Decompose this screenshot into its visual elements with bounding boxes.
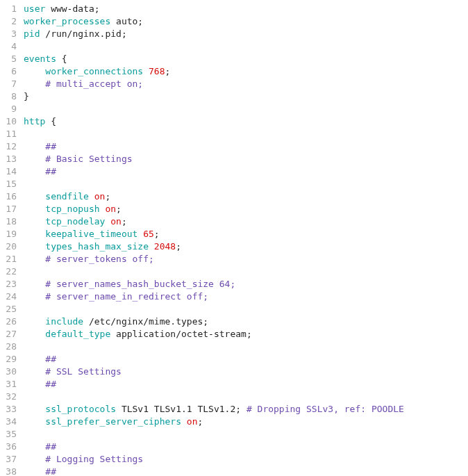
token-plain	[24, 154, 45, 164]
line-number: 10	[0, 115, 24, 128]
line-number: 26	[0, 315, 24, 328]
token-plain	[24, 454, 45, 464]
token-plain	[24, 466, 45, 476]
token-plain: www-data;	[45, 3, 99, 14]
token-comment: # server_tokens off;	[45, 254, 154, 264]
token-plain: }	[24, 91, 29, 101]
code-line: 25	[0, 303, 468, 315]
line-content: # Logging Settings	[24, 453, 143, 466]
line-number: 27	[0, 328, 24, 340]
token-value: on	[94, 191, 106, 202]
token-plain	[24, 241, 45, 252]
code-line: 31 ##	[0, 378, 468, 391]
token-plain	[24, 441, 45, 452]
code-lines: 1user www-data;2worker_processes auto;3p…	[0, 3, 468, 476]
code-line: 4	[0, 40, 468, 53]
line-number: 11	[0, 128, 24, 140]
token-comment: # Dropping SSLv3, ref: POODLE	[246, 404, 404, 414]
code-line: 37 # Logging Settings	[0, 453, 468, 466]
line-content: # SSL Settings	[24, 366, 122, 378]
line-content: tcp_nodelay on;	[24, 215, 127, 228]
code-line: 38 ##	[0, 466, 468, 476]
code-line: 12 ##	[0, 140, 468, 153]
token-plain	[24, 204, 45, 214]
token-plain: ;	[116, 204, 122, 214]
token-keyword: user	[24, 3, 45, 14]
code-line: 2worker_processes auto;	[0, 15, 468, 28]
line-content: ##	[24, 441, 56, 453]
token-keyword: ssl_protocols	[45, 404, 116, 414]
line-number: 15	[0, 178, 24, 190]
token-value: 768	[149, 66, 165, 76]
line-number: 32	[0, 391, 24, 403]
line-number: 24	[0, 290, 24, 303]
line-number: 14	[0, 165, 24, 178]
token-value: on	[110, 216, 122, 227]
line-number: 17	[0, 203, 24, 215]
code-line: 1user www-data;	[0, 3, 468, 15]
token-plain	[24, 229, 45, 239]
line-number: 9	[0, 103, 24, 115]
line-number: 23	[0, 278, 24, 290]
line-number: 19	[0, 228, 24, 240]
token-value: 65	[143, 229, 154, 239]
line-number: 6	[0, 65, 24, 78]
token-plain	[24, 279, 45, 289]
token-plain	[24, 166, 45, 177]
token-plain: ;	[197, 416, 203, 427]
token-plain: ;	[105, 191, 110, 202]
code-line: 15	[0, 178, 468, 190]
code-line: 21 # server_tokens off;	[0, 253, 468, 265]
code-line: 30 # SSL Settings	[0, 366, 468, 378]
line-number: 28	[0, 340, 24, 353]
line-number: 16	[0, 190, 24, 203]
line-content: worker_connections 768;	[24, 65, 170, 78]
line-number: 36	[0, 441, 24, 453]
line-content: pid /run/nginx.pid;	[24, 28, 127, 40]
token-comment: # SSL Settings	[45, 366, 122, 377]
token-comment: ##	[45, 466, 56, 476]
line-number: 2	[0, 15, 24, 28]
code-line: 32	[0, 391, 468, 403]
token-comment: # Logging Settings	[45, 454, 143, 464]
token-plain	[24, 354, 45, 364]
code-line: 34 ssl_prefer_server_ciphers on;	[0, 416, 468, 428]
line-number: 18	[0, 215, 24, 228]
code-line: 33 ssl_protocols TLSv1 TLSv1.1 TLSv1.2; …	[0, 403, 468, 416]
token-plain	[24, 141, 45, 151]
code-line: 13 # Basic Settings	[0, 153, 468, 165]
token-comment: # server_names_hash_bucket_size 64;	[45, 279, 235, 289]
line-number: 1	[0, 3, 24, 15]
line-content: types_hash_max_size 2048;	[24, 240, 181, 253]
code-line: 27 default_type application/octet-stream…	[0, 328, 468, 340]
token-plain	[24, 379, 45, 389]
code-line: 29 ##	[0, 353, 468, 366]
line-content: include /etc/nginx/mime.types;	[24, 315, 208, 328]
line-content: http {	[24, 115, 56, 128]
token-plain	[24, 366, 45, 377]
line-number: 7	[0, 78, 24, 90]
line-number: 29	[0, 353, 24, 366]
token-plain	[24, 329, 45, 339]
line-content: ssl_prefer_server_ciphers on;	[24, 416, 203, 428]
token-keyword: worker_connections	[45, 66, 143, 76]
line-number: 30	[0, 366, 24, 378]
line-content: sendfile on;	[24, 190, 110, 203]
code-block: 1user www-data;2worker_processes auto;3p…	[0, 0, 468, 476]
token-keyword: include	[45, 316, 83, 327]
line-content: default_type application/octet-stream;	[24, 328, 252, 340]
token-value: 2048	[154, 241, 176, 252]
line-content: # server_names_hash_bucket_size 64;	[24, 278, 235, 290]
line-number: 31	[0, 378, 24, 391]
line-content: events {	[24, 53, 67, 65]
token-keyword: types_hash_max_size	[45, 241, 149, 252]
token-plain	[24, 191, 45, 202]
line-number: 22	[0, 265, 24, 278]
token-keyword: worker_processes	[24, 16, 110, 26]
line-number: 3	[0, 28, 24, 40]
token-plain	[24, 404, 45, 414]
token-keyword: http	[24, 116, 45, 126]
code-line: 10http {	[0, 115, 468, 128]
token-keyword: ssl_prefer_server_ciphers	[45, 416, 181, 427]
token-plain: /etc/nginx/mime.types;	[83, 316, 208, 327]
